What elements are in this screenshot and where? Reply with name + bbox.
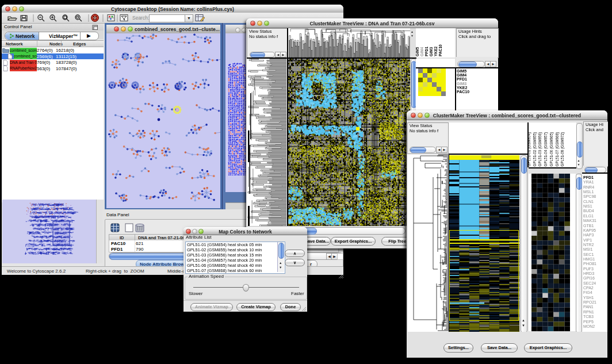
svg-text:Search:: Search: [132,15,149,21]
